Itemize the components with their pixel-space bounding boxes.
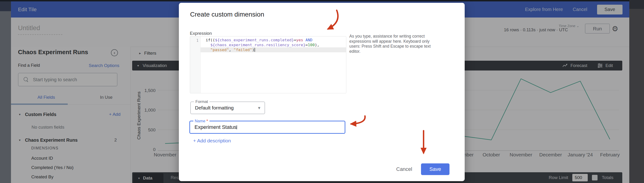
dropdown-caret-icon: ▼ xyxy=(258,106,260,110)
editor-gutter: 1 xyxy=(190,36,200,93)
text-cursor xyxy=(254,48,255,52)
modal-cancel-button[interactable]: Cancel xyxy=(394,166,415,172)
expression-code: if((${chaos_experiment_runs.completed}=y… xyxy=(200,38,346,52)
modal-title: Create custom dimension xyxy=(190,11,264,18)
code-line: "passed", "failed") xyxy=(200,48,346,52)
format-select[interactable]: Format Default formatting ▼ xyxy=(190,102,265,114)
expression-editor[interactable]: 1 if((${chaos_experiment_runs.completed}… xyxy=(190,36,346,93)
create-custom-dimension-modal: Create custom dimension Expression 1 if(… xyxy=(179,3,465,181)
name-field[interactable]: Name * Experiment Status xyxy=(189,121,345,134)
add-description-link[interactable]: + Add description xyxy=(193,138,231,144)
expression-assistance-text: As you type, assistance for writing corr… xyxy=(349,34,438,54)
line-number: 1 xyxy=(196,38,198,43)
format-value: Default formatting xyxy=(195,102,234,114)
expression-label: Expression xyxy=(190,31,212,36)
text-cursor xyxy=(236,125,237,129)
screen: Edit Tile Explore from Here Cancel Save … xyxy=(0,0,644,183)
name-value: Experiment Status xyxy=(194,122,237,133)
code-line: ${chaos_experiment_runs.resiliency_score… xyxy=(200,42,346,48)
code-line: if((${chaos_experiment_runs.completed}=y… xyxy=(200,38,346,42)
modal-save-button[interactable]: Save xyxy=(421,164,450,175)
